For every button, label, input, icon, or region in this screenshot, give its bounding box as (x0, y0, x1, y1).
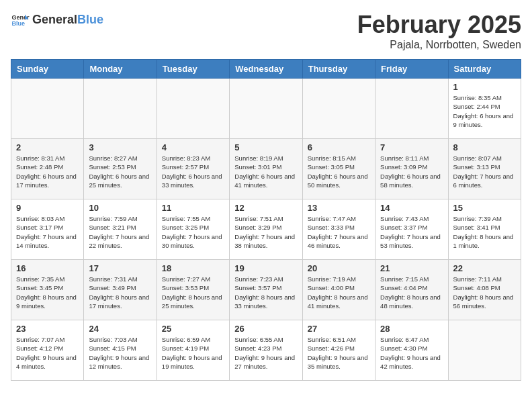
calendar-cell: 2Sunrise: 8:31 AM Sunset: 2:48 PM Daylig… (11, 139, 84, 199)
week-row-2: 2Sunrise: 8:31 AM Sunset: 2:48 PM Daylig… (11, 139, 521, 199)
calendar-cell: 10Sunrise: 7:59 AM Sunset: 3:21 PM Dayli… (84, 199, 157, 260)
calendar-cell (11, 79, 84, 139)
day-info: Sunrise: 7:23 AM Sunset: 3:57 PM Dayligh… (234, 275, 297, 310)
day-info: Sunrise: 7:11 AM Sunset: 4:08 PM Dayligh… (453, 275, 516, 310)
calendar-cell: 16Sunrise: 7:35 AM Sunset: 3:45 PM Dayli… (11, 260, 84, 320)
week-row-4: 16Sunrise: 7:35 AM Sunset: 3:45 PM Dayli… (11, 260, 521, 320)
weekday-header-friday: Friday (375, 60, 448, 79)
day-info: Sunrise: 7:03 AM Sunset: 4:15 PM Dayligh… (89, 335, 151, 371)
day-number: 26 (234, 324, 297, 334)
day-info: Sunrise: 7:27 AM Sunset: 3:53 PM Dayligh… (162, 275, 224, 310)
week-row-5: 23Sunrise: 7:07 AM Sunset: 4:12 PM Dayli… (11, 320, 521, 381)
weekday-header-row: SundayMondayTuesdayWednesdayThursdayFrid… (11, 60, 521, 79)
calendar-cell: 21Sunrise: 7:15 AM Sunset: 4:04 PM Dayli… (375, 260, 448, 320)
day-number: 20 (308, 263, 370, 273)
day-number: 7 (380, 142, 443, 152)
calendar-cell (84, 79, 157, 139)
weekday-header-saturday: Saturday (448, 60, 521, 79)
day-number: 8 (453, 142, 516, 152)
calendar-cell: 19Sunrise: 7:23 AM Sunset: 3:57 PM Dayli… (230, 260, 302, 320)
calendar-cell: 26Sunrise: 6:55 AM Sunset: 4:23 PM Dayli… (230, 320, 302, 381)
month-title: February 2025 (357, 11, 521, 39)
day-number: 24 (89, 324, 151, 334)
calendar-cell: 22Sunrise: 7:11 AM Sunset: 4:08 PM Dayli… (448, 260, 521, 320)
day-number: 22 (453, 263, 516, 273)
day-info: Sunrise: 6:55 AM Sunset: 4:23 PM Dayligh… (234, 335, 297, 371)
calendar-table: SundayMondayTuesdayWednesdayThursdayFrid… (11, 59, 521, 381)
day-info: Sunrise: 7:47 AM Sunset: 3:33 PM Dayligh… (308, 214, 370, 250)
calendar-cell: 28Sunrise: 6:47 AM Sunset: 4:30 PM Dayli… (375, 320, 448, 381)
day-info: Sunrise: 8:27 AM Sunset: 2:53 PM Dayligh… (89, 154, 151, 189)
calendar-cell: 15Sunrise: 7:39 AM Sunset: 3:41 PM Dayli… (448, 199, 521, 260)
day-info: Sunrise: 7:31 AM Sunset: 3:49 PM Dayligh… (89, 275, 151, 310)
week-row-1: 1Sunrise: 8:35 AM Sunset: 2:44 PM Daylig… (11, 79, 521, 139)
day-number: 13 (308, 203, 370, 213)
weekday-header-monday: Monday (84, 60, 157, 79)
day-number: 15 (453, 203, 516, 213)
calendar-cell (230, 79, 302, 139)
day-number: 9 (16, 203, 79, 213)
day-number: 2 (16, 142, 79, 152)
calendar-cell: 17Sunrise: 7:31 AM Sunset: 3:49 PM Dayli… (84, 260, 157, 320)
day-info: Sunrise: 8:23 AM Sunset: 2:57 PM Dayligh… (162, 154, 224, 189)
day-info: Sunrise: 8:35 AM Sunset: 2:44 PM Dayligh… (453, 93, 516, 129)
weekday-header-tuesday: Tuesday (157, 60, 229, 79)
day-info: Sunrise: 8:07 AM Sunset: 3:13 PM Dayligh… (453, 154, 516, 189)
day-number: 25 (162, 324, 224, 334)
calendar-cell: 23Sunrise: 7:07 AM Sunset: 4:12 PM Dayli… (11, 320, 84, 381)
calendar-cell: 14Sunrise: 7:43 AM Sunset: 3:37 PM Dayli… (375, 199, 448, 260)
calendar-cell: 3Sunrise: 8:27 AM Sunset: 2:53 PM Daylig… (84, 139, 157, 199)
weekday-header-sunday: Sunday (11, 60, 84, 79)
day-info: Sunrise: 7:07 AM Sunset: 4:12 PM Dayligh… (16, 335, 79, 371)
page-header: General Blue GeneralBlue February 2025 P… (11, 11, 521, 51)
calendar-cell: 8Sunrise: 8:07 AM Sunset: 3:13 PM Daylig… (448, 139, 521, 199)
day-number: 23 (16, 324, 79, 334)
calendar-cell (375, 79, 448, 139)
day-number: 10 (89, 203, 151, 213)
calendar-cell: 13Sunrise: 7:47 AM Sunset: 3:33 PM Dayli… (302, 199, 375, 260)
day-number: 1 (453, 82, 516, 92)
calendar-cell: 4Sunrise: 8:23 AM Sunset: 2:57 PM Daylig… (157, 139, 229, 199)
day-number: 18 (162, 263, 224, 273)
logo-text: GeneralBlue (32, 13, 103, 27)
calendar-cell: 27Sunrise: 6:51 AM Sunset: 4:26 PM Dayli… (302, 320, 375, 381)
day-number: 11 (162, 203, 224, 213)
calendar-body: 1Sunrise: 8:35 AM Sunset: 2:44 PM Daylig… (11, 79, 521, 381)
day-info: Sunrise: 6:47 AM Sunset: 4:30 PM Dayligh… (380, 335, 443, 371)
weekday-header-wednesday: Wednesday (230, 60, 302, 79)
day-info: Sunrise: 8:19 AM Sunset: 3:01 PM Dayligh… (234, 154, 297, 189)
day-info: Sunrise: 7:35 AM Sunset: 3:45 PM Dayligh… (16, 275, 79, 310)
week-row-3: 9Sunrise: 8:03 AM Sunset: 3:17 PM Daylig… (11, 199, 521, 260)
title-section: February 2025 Pajala, Norrbotten, Sweden (357, 11, 521, 51)
logo-blue: Blue (77, 13, 103, 26)
day-number: 21 (380, 263, 443, 273)
day-info: Sunrise: 8:31 AM Sunset: 2:48 PM Dayligh… (16, 154, 79, 189)
logo-icon: General Blue (11, 11, 30, 30)
day-number: 17 (89, 263, 151, 273)
day-info: Sunrise: 6:51 AM Sunset: 4:26 PM Dayligh… (308, 335, 370, 371)
day-info: Sunrise: 7:43 AM Sunset: 3:37 PM Dayligh… (380, 214, 443, 250)
calendar-cell: 11Sunrise: 7:55 AM Sunset: 3:25 PM Dayli… (157, 199, 229, 260)
calendar-cell (448, 320, 521, 381)
day-info: Sunrise: 7:55 AM Sunset: 3:25 PM Dayligh… (162, 214, 224, 250)
calendar-cell: 25Sunrise: 6:59 AM Sunset: 4:19 PM Dayli… (157, 320, 229, 381)
logo-general: General (32, 13, 77, 26)
day-number: 6 (308, 142, 370, 152)
day-info: Sunrise: 7:51 AM Sunset: 3:29 PM Dayligh… (234, 214, 297, 250)
day-info: Sunrise: 7:19 AM Sunset: 4:00 PM Dayligh… (308, 275, 370, 310)
day-info: Sunrise: 6:59 AM Sunset: 4:19 PM Dayligh… (162, 335, 224, 371)
day-number: 19 (234, 263, 297, 273)
day-number: 12 (234, 203, 297, 213)
calendar-cell: 18Sunrise: 7:27 AM Sunset: 3:53 PM Dayli… (157, 260, 229, 320)
day-number: 16 (16, 263, 79, 273)
day-number: 14 (380, 203, 443, 213)
day-info: Sunrise: 8:11 AM Sunset: 3:09 PM Dayligh… (380, 154, 443, 189)
calendar-cell: 6Sunrise: 8:15 AM Sunset: 3:05 PM Daylig… (302, 139, 375, 199)
calendar-cell (157, 79, 229, 139)
location-title: Pajala, Norrbotten, Sweden (357, 39, 521, 51)
day-number: 28 (380, 324, 443, 334)
day-number: 3 (89, 142, 151, 152)
calendar-cell: 20Sunrise: 7:19 AM Sunset: 4:00 PM Dayli… (302, 260, 375, 320)
calendar-cell: 1Sunrise: 8:35 AM Sunset: 2:44 PM Daylig… (448, 79, 521, 139)
day-info: Sunrise: 8:03 AM Sunset: 3:17 PM Dayligh… (16, 214, 79, 250)
